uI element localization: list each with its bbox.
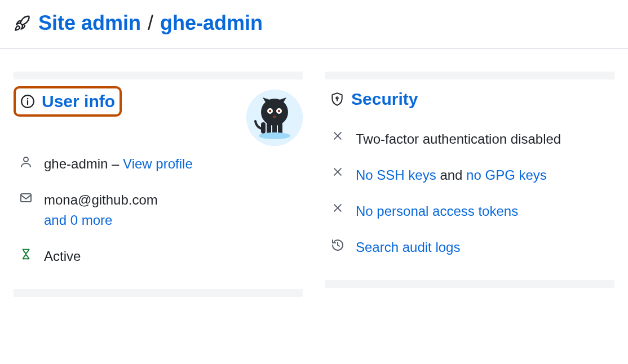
svg-point-14 xyxy=(259,132,290,139)
ssh-keys-link[interactable]: No SSH keys xyxy=(356,167,436,183)
security-2fa-row: Two-factor authentication disabled xyxy=(325,121,614,157)
x-icon xyxy=(330,165,346,177)
user-info-list: ghe-admin – View profile mona@github.com xyxy=(14,146,303,274)
person-icon xyxy=(18,154,34,168)
hourglass-icon xyxy=(18,246,34,261)
security-panel: Security Two-factor authentication disab… xyxy=(325,72,614,297)
history-icon xyxy=(330,237,346,252)
user-info-heading: User info xyxy=(14,86,122,117)
svg-rect-16 xyxy=(21,194,31,202)
security-heading: Security xyxy=(325,86,614,112)
username-dash: – xyxy=(112,156,119,171)
security-list: Two-factor authentication disabled No SS… xyxy=(325,121,614,265)
breadcrumb-separator: / xyxy=(148,11,153,35)
info-icon xyxy=(20,94,35,109)
gpg-keys-link[interactable]: no GPG keys xyxy=(466,167,547,183)
username-text: ghe-admin xyxy=(44,156,108,171)
svg-point-8 xyxy=(278,110,280,112)
security-audit-row: Search audit logs xyxy=(325,229,614,265)
breadcrumb: Site admin / ghe-admin xyxy=(38,11,263,35)
security-keys-row: No SSH keys and no GPG keys xyxy=(325,157,614,193)
security-pat-row: No personal access tokens xyxy=(325,193,614,229)
x-icon xyxy=(330,129,346,141)
status-text: Active xyxy=(44,248,81,264)
mail-icon xyxy=(18,190,34,205)
user-info-status-row: Active xyxy=(14,238,303,274)
svg-point-15 xyxy=(24,157,28,162)
breadcrumb-current-link[interactable]: ghe-admin xyxy=(160,11,263,35)
keys-and-text: and xyxy=(440,167,462,183)
content-columns: User info xyxy=(0,49,628,297)
user-info-heading-link[interactable]: User info xyxy=(42,92,115,111)
avatar xyxy=(246,90,303,146)
shield-icon xyxy=(330,92,344,106)
panel-divider xyxy=(14,289,303,297)
svg-point-9 xyxy=(273,116,276,118)
user-info-email-row: mona@github.com and 0 more xyxy=(14,182,303,238)
2fa-text: Two-factor authentication disabled xyxy=(356,131,561,147)
svg-rect-13 xyxy=(261,122,266,134)
rocket-icon xyxy=(14,14,32,32)
pat-link[interactable]: No personal access tokens xyxy=(356,203,518,219)
panel-divider xyxy=(14,72,303,79)
page-header: Site admin / ghe-admin xyxy=(0,0,628,49)
user-info-username-row: ghe-admin – View profile xyxy=(14,146,303,182)
view-profile-link[interactable]: View profile xyxy=(123,156,193,171)
breadcrumb-root-link[interactable]: Site admin xyxy=(38,11,141,35)
panel-divider xyxy=(325,72,614,79)
audit-log-link[interactable]: Search audit logs xyxy=(356,239,460,255)
security-heading-link[interactable]: Security xyxy=(351,90,418,109)
svg-point-2 xyxy=(27,98,29,100)
email-text: mona@github.com xyxy=(44,192,158,207)
x-icon xyxy=(330,201,346,214)
email-more-link[interactable]: and 0 more xyxy=(44,212,112,228)
svg-point-7 xyxy=(269,110,271,112)
user-info-panel: User info xyxy=(14,72,303,297)
svg-point-4 xyxy=(261,99,288,126)
panel-divider xyxy=(325,280,614,288)
